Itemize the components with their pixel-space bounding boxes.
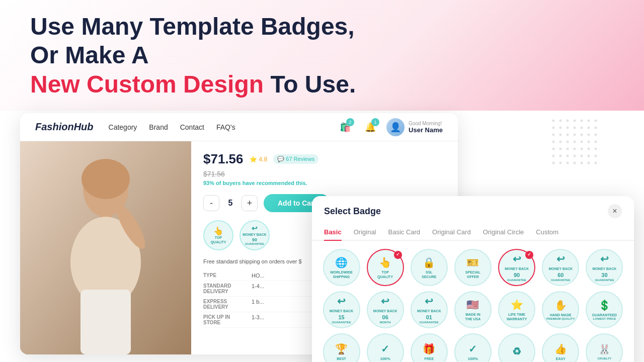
tab-original[interactable]: Original (354, 224, 376, 241)
free-icon: 🎁 (423, 342, 435, 355)
badge-ssl-inner: 🔒 SSL SECURE (411, 249, 448, 286)
badge-lowest-price-inner: 💲 GUARANTEED LOWEST PRICE (586, 291, 623, 328)
cart-icon-wrap[interactable]: 🛍️ 2 (336, 118, 354, 136)
svg-point-36 (559, 155, 562, 157)
standard-val: 1-4... (252, 283, 264, 294)
made-in-label: MADE IN (465, 312, 480, 317)
badge-item-100-1[interactable]: ✓ 100% (366, 333, 405, 362)
svg-point-14 (552, 134, 555, 136)
badge-grid-row3: 🏆 BEST ✓ 100% 🎁 FREE ✓ 100% (322, 333, 624, 362)
badge-item-lowest-price[interactable]: 💲 GUARANTEED LOWEST PRICE (585, 291, 624, 328)
hand-label: HAND MADE (550, 313, 572, 317)
badge-item-mb30[interactable]: ↩ MONEY BACK 30 GUARANTEE (585, 249, 624, 286)
svg-point-26 (588, 141, 590, 143)
badge-item-handmade[interactable]: ✋ HAND MADE PREMIUM QUALITY (541, 291, 580, 328)
tab-custom[interactable]: Custom (536, 224, 558, 241)
svg-point-51 (82, 159, 130, 199)
mb15-icon: ↩ (337, 295, 346, 308)
star-icon: ⭐ (250, 156, 257, 163)
qty-value: 5 (225, 199, 235, 208)
ssl-icon: 🔒 (423, 256, 435, 269)
badge-item-best[interactable]: 🏆 BEST (322, 333, 361, 362)
badge-handmade-inner: ✋ HAND MADE PREMIUM QUALITY (542, 291, 579, 328)
qty-increase-button[interactable]: + (242, 195, 258, 211)
svg-point-19 (588, 134, 590, 136)
special-label: SPECIAL (465, 270, 480, 275)
badge-item-lifetime[interactable]: ⭐ LIFE TIME WARRANTY (498, 291, 536, 328)
modal-close-button[interactable]: × (608, 204, 622, 218)
svg-point-17 (574, 134, 576, 136)
svg-point-10 (574, 127, 576, 129)
greeting-text: Good Morning! (409, 121, 443, 126)
qty-decrease-button[interactable]: - (203, 195, 219, 211)
review-badge[interactable]: 💬 67 Reviews (273, 154, 318, 164)
badge-item-100-2[interactable]: ✓ 100% (453, 333, 492, 362)
badge-item-cruelty[interactable]: 🐰 CRUELTY (585, 333, 624, 362)
badge-item-easy[interactable]: 👍 EASY (541, 333, 580, 362)
badge-mb01-inner: ↩ MONEY BACK 01 GUARANTEE (411, 291, 448, 328)
badge-item-free[interactable]: 🎁 FREE (410, 333, 448, 362)
nav-contact[interactable]: Contact (180, 123, 204, 131)
svg-point-5 (588, 120, 590, 122)
badge-item-ssl[interactable]: 🔒 SSL SECURE (410, 249, 448, 286)
bell-icon-wrap[interactable]: 🔔 1 (361, 118, 379, 136)
svg-point-6 (595, 120, 597, 122)
badge-item-eco[interactable]: ♻ (498, 333, 536, 362)
express-val: 1 b... (252, 299, 264, 310)
woman-svg (20, 141, 191, 354)
original-price: $71.56 (203, 170, 446, 178)
easy-label: EASY (556, 356, 566, 361)
badge-item-top-quality[interactable]: 👆 TOP QUALITY ✓ (366, 249, 405, 286)
mb01-icon: ↩ (425, 295, 433, 308)
badge-item-mb01[interactable]: ↩ MONEY BACK 01 GUARANTEE (410, 291, 448, 328)
worldwide-label: WORLDWIDE (330, 270, 353, 275)
svg-point-43 (559, 162, 562, 164)
badge-item-special[interactable]: 🎫 SPECIAL OFFER (453, 249, 492, 286)
badge-item-mb60[interactable]: ↩ MONEY BACK 60 GUARANTEE (541, 249, 580, 286)
usa-label: THE USA (465, 317, 481, 321)
svg-point-48 (595, 162, 597, 164)
badge-item-mb15[interactable]: ↩ MONEY BACK 15 GUARANTEE (322, 291, 361, 328)
express-label: Express delivery (203, 299, 244, 310)
mb90-days: 90 (514, 272, 520, 279)
svg-point-37 (567, 155, 569, 157)
mb60-label: MONEY BACK (548, 266, 573, 271)
svg-point-44 (567, 162, 569, 164)
svg-point-45 (574, 162, 576, 164)
price-main: $71.56 (203, 151, 244, 167)
svg-point-35 (552, 155, 555, 157)
nav-right: 🛍️ 2 🔔 1 👤 Good Morning! User Name (336, 118, 443, 136)
svg-point-41 (595, 155, 597, 157)
badge-item-worldwide[interactable]: 🌐 WORLDWIDE SHIPPING (322, 249, 361, 286)
svg-point-1 (559, 120, 562, 122)
tab-original-circle[interactable]: Original Circle (483, 224, 524, 241)
mb06-month: MONTH (380, 321, 391, 325)
svg-point-8 (559, 127, 562, 129)
badge-eco-inner: ♻ (498, 333, 535, 362)
badge-item-made-usa[interactable]: 🇺🇸 MADE IN THE USA (453, 291, 492, 328)
modal-body: 🌐 WORLDWIDE SHIPPING 👆 TOP QUALITY ✓ 🔒 (312, 241, 634, 362)
nav-brand[interactable]: Brand (149, 123, 168, 131)
svg-point-30 (567, 148, 569, 150)
nav-faq[interactable]: FAQ's (216, 123, 235, 131)
tab-original-card[interactable]: Original Card (432, 224, 471, 241)
brand-logo[interactable]: FashionHub (35, 121, 94, 133)
avatar: 👤 (386, 118, 405, 136)
top-label: TOP (382, 270, 389, 275)
badge-item-mb06[interactable]: ↩ MONEY BACK 06 MONTH (366, 291, 405, 328)
tab-basic-card[interactable]: Basic Card (388, 224, 421, 241)
badge-item-mb90[interactable]: ↩ MONEY BACK 90 GUARANTEE ✓ (498, 249, 536, 286)
tab-basic[interactable]: Basic (324, 224, 342, 241)
svg-point-20 (595, 134, 597, 136)
nav-category[interactable]: Category (109, 123, 137, 131)
navbar: FashionHub Category Brand Contact FAQ's … (20, 113, 458, 141)
mb60-icon: ↩ (556, 252, 565, 265)
standard-label: Standard delivery (203, 283, 244, 294)
svg-point-42 (552, 162, 555, 164)
best-icon: 🏆 (335, 342, 348, 355)
user-avatar-wrap[interactable]: 👤 Good Morning! User Name (386, 118, 443, 136)
mb30-days: 30 (601, 272, 607, 279)
lowest-label: LOWEST PRICE (593, 317, 616, 321)
badge-special-inner: 🎫 SPECIAL OFFER (454, 249, 492, 286)
svg-point-12 (588, 127, 590, 129)
